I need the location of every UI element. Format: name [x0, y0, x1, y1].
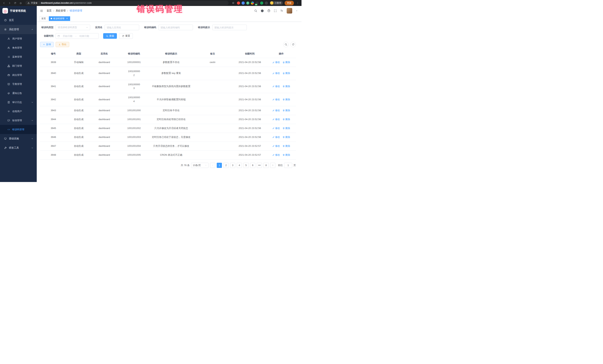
error-hint-label: 错误码提示: [198, 26, 210, 29]
breadcrumb-item[interactable]: 首页: [46, 9, 52, 12]
github-icon[interactable]: [261, 9, 264, 12]
reset-button[interactable]: 重置: [119, 33, 133, 39]
edit-link[interactable]: 修改: [272, 109, 280, 112]
tab-error-code[interactable]: 错误码管理×: [49, 16, 70, 21]
browser-home-icon[interactable]: [19, 1, 23, 5]
browser-extension-icon-6[interactable]: [260, 1, 263, 5]
delete-link[interactable]: 删除: [283, 61, 290, 64]
sidebar-item-user-management[interactable]: 用户管理: [0, 34, 37, 43]
delete-link[interactable]: 删除: [283, 85, 290, 88]
app-logo-row[interactable]: 芋道管理系统: [0, 6, 37, 16]
address-bar[interactable]: 不安全 | dashboard.yudao.iocoder.cn/system/…: [25, 1, 229, 5]
browser-menu-icon[interactable]: [296, 1, 300, 5]
breadcrumb-item[interactable]: 系统管理: [56, 9, 66, 12]
close-icon[interactable]: ×: [66, 17, 68, 20]
browser-forward-icon[interactable]: [7, 1, 12, 5]
sidebar-collapse-icon[interactable]: [39, 9, 44, 13]
browser-extension-icon-1[interactable]: [237, 1, 240, 5]
page-button[interactable]: 1: [217, 163, 222, 168]
sidebar-item-dept-management[interactable]: 部门管理: [0, 61, 37, 70]
edit-link[interactable]: 修改: [272, 85, 280, 88]
delete-link[interactable]: 删除: [283, 127, 290, 130]
edit-link[interactable]: 修改: [272, 135, 280, 139]
profile-chip[interactable]: 已暂停: [270, 1, 283, 5]
error-hint-input[interactable]: [212, 25, 247, 30]
cell-id: 3946: [40, 133, 67, 142]
prev-page-button[interactable]: [210, 163, 215, 168]
page-button[interactable]: 4: [237, 163, 242, 168]
delete-link[interactable]: 删除: [283, 135, 290, 139]
edit-link[interactable]: 修改: [272, 61, 280, 64]
pager-more-button[interactable]: •••: [257, 163, 262, 168]
sidebar-menu: 首页系统管理用户管理角色管理菜单管理部门管理岗位管理字典管理通知公告审计日志在线…: [0, 16, 37, 153]
page-button[interactable]: 6: [250, 163, 255, 168]
page-button[interactable]: 2: [223, 163, 229, 168]
sidebar-item-menu-management[interactable]: 菜单管理: [0, 52, 37, 61]
browser-extension-icon-4[interactable]: [251, 1, 254, 5]
sidebar-item-home[interactable]: 首页: [0, 16, 37, 25]
sidebar-item-infrastructure[interactable]: 基础设施: [0, 134, 37, 143]
table-header-row: 编号类型应用名错误码编码错误码提示备注创建时间操作: [40, 50, 296, 58]
fullscreen-icon[interactable]: [274, 10, 277, 12]
navbar-actions: [254, 8, 298, 13]
search-button[interactable]: 搜索: [103, 33, 117, 39]
delete-link[interactable]: 删除: [283, 118, 290, 121]
start-date-input[interactable]: [61, 35, 74, 37]
browser-back-icon[interactable]: [2, 1, 6, 5]
pagination: 共 76 条 10条/页 123456•••8 前往 页: [40, 163, 296, 168]
page-button[interactable]: 3: [230, 163, 235, 168]
jump-page-input[interactable]: [284, 163, 292, 168]
delete-link[interactable]: 删除: [283, 109, 290, 112]
edit-link[interactable]: 修改: [272, 144, 280, 148]
browser-reload-icon[interactable]: [13, 1, 17, 5]
next-page-button[interactable]: [270, 163, 275, 168]
sidebar-item-system-management[interactable]: 系统管理: [0, 25, 37, 34]
delete-link[interactable]: 删除: [283, 153, 290, 157]
tab-home[interactable]: 首页: [39, 16, 48, 21]
sidebar-item-audit-log[interactable]: 审计日志: [0, 98, 37, 107]
browser-extension-icon-3[interactable]: V: [246, 1, 249, 5]
delete-link[interactable]: 删除: [283, 72, 290, 75]
export-button[interactable]: 导出: [56, 42, 69, 47]
page-size-select[interactable]: 10条/页: [191, 163, 209, 168]
help-icon[interactable]: [267, 9, 270, 12]
toggle-search-button[interactable]: [283, 42, 289, 47]
error-code-input[interactable]: [158, 25, 193, 30]
sidebar-item-error-code-management[interactable]: 错误码管理: [0, 125, 37, 134]
browser-toolbar-right: Von 已暂停 更新: [231, 1, 300, 5]
user-avatar[interactable]: [287, 8, 292, 13]
browser-extension-icon-5[interactable]: on: [255, 1, 259, 5]
delete-link[interactable]: 删除: [283, 144, 290, 148]
edit-link[interactable]: 修改: [272, 118, 280, 121]
error-type-select[interactable]: 请选择错误码类型: [56, 25, 90, 30]
edit-link[interactable]: 修改: [272, 72, 280, 75]
browser-extension-icon-2[interactable]: [242, 1, 245, 5]
sidebar-item-dict-management[interactable]: 字典管理: [0, 79, 37, 88]
search-icon[interactable]: [254, 9, 257, 12]
sidebar-item-post-management[interactable]: 岗位管理: [0, 70, 37, 79]
browser-update-button[interactable]: 更新: [285, 1, 294, 5]
page-button[interactable]: 8: [264, 163, 269, 168]
font-size-icon[interactable]: [280, 9, 283, 12]
table-row: 3945自动生成dashboard1001001002只允许修改为开启或者关闭状…: [40, 124, 296, 133]
sidebar-item-role-management[interactable]: 角色管理: [0, 43, 37, 52]
page-button[interactable]: 5: [244, 163, 249, 168]
edit-link[interactable]: 修改: [272, 153, 280, 157]
create-time-range[interactable]: -: [56, 33, 99, 39]
edit-link[interactable]: 修改: [272, 127, 280, 130]
browser-extension-icon-7[interactable]: [265, 1, 268, 5]
add-button[interactable]: 新增: [40, 42, 54, 47]
sidebar-item-sms-management[interactable]: 短信管理: [0, 116, 37, 125]
chevron-down-icon[interactable]: [296, 10, 298, 12]
sidebar-item-dev-tools[interactable]: 研发工具: [0, 143, 37, 153]
refresh-table-button[interactable]: [290, 42, 296, 47]
table-row: 3944自动生成dashboard1001001001定时任务的处理器已经存在2…: [40, 115, 296, 124]
sidebar-item-online-users[interactable]: 在线用户: [0, 107, 37, 116]
delete-link[interactable]: 删除: [283, 98, 290, 101]
edit-link[interactable]: 修改: [272, 98, 280, 101]
bookmark-star-icon[interactable]: [231, 1, 235, 5]
sidebar-item-notice-management[interactable]: 通知公告: [0, 88, 37, 98]
app-name-input[interactable]: [105, 25, 139, 30]
end-date-input[interactable]: [77, 35, 91, 37]
cell-remark: [192, 133, 233, 142]
